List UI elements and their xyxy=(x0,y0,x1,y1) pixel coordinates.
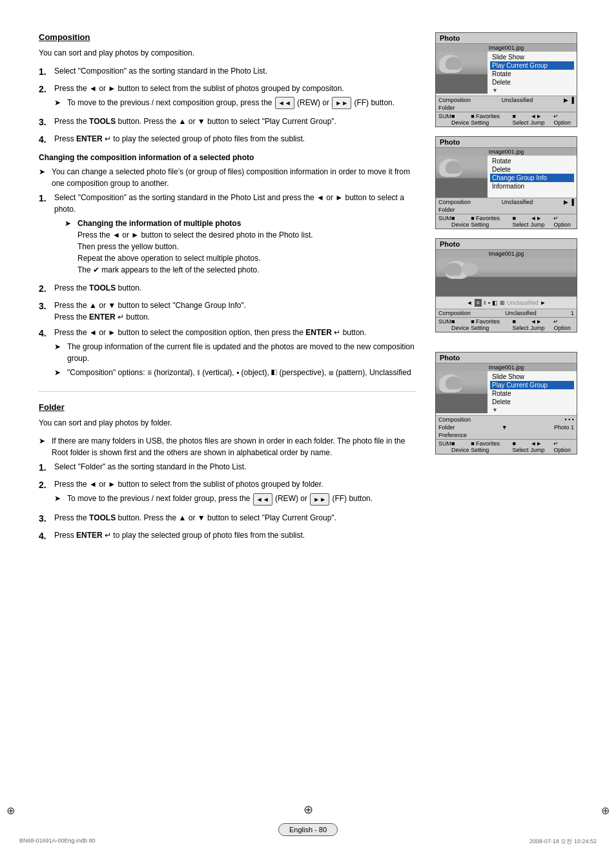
panel1-menu-item-1[interactable]: Slide Show xyxy=(490,53,574,61)
step-3-num: 3. xyxy=(39,116,52,129)
panel2-menu: Rotate Delete Change Group Info Informat… xyxy=(488,156,577,198)
sub-step-1-content: Select "Composition" as the sorting stan… xyxy=(54,192,416,278)
panel4-info-folder: Folder ▼ Photo 1 xyxy=(436,424,577,431)
arrow-sym-1: ➤ xyxy=(54,97,65,108)
panel2-menu-item-4[interactable]: Information xyxy=(490,182,574,190)
panel1-header: Photo xyxy=(436,33,577,44)
comp-label-unclassified: Unclassified xyxy=(507,300,539,306)
sub-step-1: 1. Select "Composition" as the sorting s… xyxy=(39,192,416,278)
panel3-header: Photo xyxy=(436,239,577,250)
panel4-header: Photo xyxy=(436,353,577,363)
step-1-num: 1. xyxy=(39,65,52,79)
file-info-left: BN68-01691A-00Eng.indb 80 xyxy=(19,837,96,846)
panel4-photo-label: Photo 1 xyxy=(554,424,574,431)
folder-step-3-text: Press the TOOLS button. Press the ▲ or ▼… xyxy=(54,512,416,524)
folder-steps: 1. Select "Folder" as the sorting standa… xyxy=(39,461,416,542)
folder-step-2-content: Press the ◄ or ► button to select from t… xyxy=(54,478,416,507)
panel4-footer-jump: ◄► Jump xyxy=(530,440,553,453)
comp-sel-arrow-r[interactable]: ► xyxy=(540,300,546,306)
panel2-menu-item-3[interactable]: Change Group Info xyxy=(490,174,574,182)
panel4-folder-label: Folder xyxy=(438,424,455,431)
step-2-arrow: ➤ To move to the previous / next composi… xyxy=(54,97,416,109)
sub-step-2-text: Press the TOOLS button. xyxy=(54,282,416,294)
composition-steps: 1. Select "Composition" as the sorting s… xyxy=(39,65,416,147)
composition-intro: You can sort and play photos by composit… xyxy=(39,47,416,59)
composition-title: Composition xyxy=(39,32,416,42)
panel1-footer-sum: SUM xyxy=(438,113,451,126)
panel3-info: Composition Unclassified 1 xyxy=(436,309,577,317)
panel2-menu-item-2[interactable]: Delete xyxy=(490,165,574,174)
panel1-menu-item-4[interactable]: Delete xyxy=(490,78,574,87)
arrow-sym-folder: ➤ xyxy=(39,435,49,447)
panel1-footer-opt: ↵ Option xyxy=(553,113,574,126)
panel4-menu-item-3[interactable]: Rotate xyxy=(490,389,574,398)
panel2-body: Rotate Delete Change Group Info Informat… xyxy=(436,156,577,198)
photo-panel-3: Photo Image001.jpg ◄ ≡ ⦀ ▪ ◧ ⊞ Unclassif… xyxy=(435,238,577,332)
panel4-footer-fav: ■ Favorites Setting xyxy=(471,440,512,453)
panel4-info-composition: Composition • • • xyxy=(436,415,577,424)
panel1-menu-item-2[interactable]: Play Current Group xyxy=(490,61,574,70)
changing-line-2: Then press the yellow button. xyxy=(77,242,179,251)
folder-step-1: 1. Select "Folder" as the sorting standa… xyxy=(39,461,416,475)
changing-multiple-content: Changing the information of multiple pho… xyxy=(77,218,416,276)
panel2-folder-row: Folder xyxy=(436,206,577,214)
panel1-menu-item-3[interactable]: Rotate xyxy=(490,70,574,78)
panel2-folder: Folder xyxy=(438,207,455,213)
folder-step-4: 4. Press ENTER ↵ to play the selected gr… xyxy=(39,529,416,543)
panel2-footer-sel: ■ Select xyxy=(512,215,530,228)
section-divider xyxy=(39,391,416,392)
comp-selector: ◄ ≡ ⦀ ▪ ◧ ⊞ Unclassified ► xyxy=(436,296,577,309)
panel1-info: Composition Unclassified ▶ ▐ xyxy=(436,96,577,104)
panel4-menu-item-4[interactable]: Delete xyxy=(490,398,574,406)
step-2-arrow-text: To move to the previous / next compositi… xyxy=(67,97,416,109)
panel4-menu-item-2[interactable]: Play Current Group xyxy=(490,381,574,389)
panel2-image-title: Image001.jpg xyxy=(436,148,577,156)
panel2-unclassified: Unclassified xyxy=(502,199,533,205)
panel2-menu-item-1[interactable]: Rotate xyxy=(490,157,574,165)
sub-section-title: Changing the composition information of … xyxy=(39,153,416,162)
sub-step-4-note1-text: The group information of the current fil… xyxy=(67,341,416,364)
panel3-footer-fav: ■ Favorites Setting xyxy=(471,318,512,331)
sub-intro-text: You can change a selected photo file’s (… xyxy=(52,166,416,189)
panel3-footer-opt: ↵ Option xyxy=(553,318,574,331)
comp-icon-patt: ⊞ xyxy=(500,300,505,306)
panel1-folder-label: Folder xyxy=(436,104,577,112)
comp-icon-obj: ▪ xyxy=(488,300,490,306)
panel2-footer-jump: ◄► Jump xyxy=(530,215,553,228)
step-4-num: 4. xyxy=(39,133,52,147)
sub-step-2: 2. Press the TOOLS button. xyxy=(39,282,416,296)
sub-step-4-note1: ➤ The group information of the current f… xyxy=(54,341,416,364)
comp-icon-horiz: ≡ xyxy=(475,299,482,307)
folder-step-2-arrow-text: To move to the previous / next folder gr… xyxy=(67,493,416,505)
panel2-footer-device: ■ Device xyxy=(451,215,471,228)
folder-title: Folder xyxy=(39,402,416,412)
step-2-text: Press the ◄ or ► button to select from t… xyxy=(54,84,344,93)
folder-step-1-num: 1. xyxy=(39,461,52,475)
sub-step-3: 3. Press the ▲ or ▼ button to select "Ch… xyxy=(39,300,416,323)
panel1-footer: SUM ■ Device ■ Favorites Setting ■ Selec… xyxy=(436,112,577,127)
sub-step-3-text: Press the ▲ or ▼ button to select "Chang… xyxy=(54,300,416,323)
panel2-footer: SUM ■ Device ■ Favorites Setting ■ Selec… xyxy=(436,214,577,229)
arrow-sym-sub: ➤ xyxy=(39,166,49,178)
sub-intro-arrow: ➤ You can change a selected photo file’s… xyxy=(39,166,416,189)
panel2-header: Photo xyxy=(436,137,577,148)
changing-line-4: The ✔ mark appears to the left of the se… xyxy=(77,265,260,274)
folder-step-3-num: 3. xyxy=(39,512,52,526)
folder-step-1-text: Select "Folder" as the sorting standard … xyxy=(54,461,416,473)
panel2-icons: ▶ ▐ xyxy=(564,199,574,205)
panel4-folder-arrow: ▼ xyxy=(502,424,508,431)
panel4-thumbnail xyxy=(436,371,488,413)
folder-arrow-note: ➤ If there are many folders in USB, the … xyxy=(39,435,416,458)
panel1-thumbnail xyxy=(436,52,488,94)
composition-section: Composition You can sort and play photos… xyxy=(39,32,416,381)
panel3-footer-sel: ■ Select xyxy=(512,318,530,331)
sub-step-3-num: 3. xyxy=(39,300,52,313)
arrow-sym-mul: ➤ xyxy=(65,218,75,229)
comp-sel-arrow-l[interactable]: ◄ xyxy=(467,300,473,306)
photo-panel-2: Photo Image001.jpg Rotate Delete Change … xyxy=(435,136,577,229)
panel4-menu-item-1[interactable]: Slide Show xyxy=(490,373,574,381)
step-2-num: 2. xyxy=(39,83,52,96)
panel1-footer-fav: ■ Favorites Setting xyxy=(471,113,512,126)
folder-step-4-text: Press ENTER ↵ to play the selected group… xyxy=(54,529,416,541)
step-4: 4. Press ENTER ↵ to play the selected gr… xyxy=(39,133,416,147)
